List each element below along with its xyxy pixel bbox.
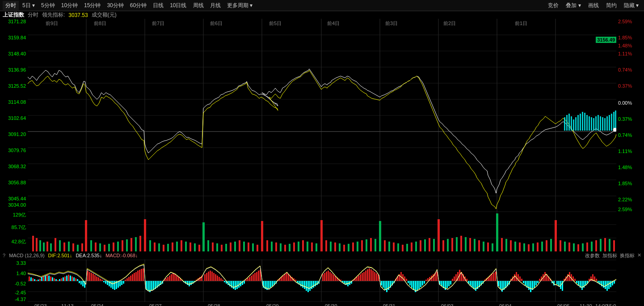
svg-rect-212	[546, 240, 547, 251]
svg-rect-220	[582, 243, 584, 251]
svg-rect-151	[271, 242, 273, 251]
svg-rect-62	[606, 116, 608, 131]
svg-rect-102	[50, 243, 52, 251]
svg-rect-455	[408, 281, 409, 283]
svg-rect-290	[105, 281, 106, 284]
chart-type: 分时	[28, 11, 38, 19]
svg-rect-167	[343, 245, 345, 251]
tab-30min[interactable]: 30分钟	[104, 1, 126, 10]
svg-rect-432	[365, 271, 366, 281]
tab-weekly[interactable]: 周线	[190, 1, 206, 10]
svg-rect-44	[566, 115, 568, 131]
svg-text:05/28: 05/28	[208, 303, 220, 306]
tab-10daily[interactable]: 10日线	[167, 1, 189, 10]
svg-rect-195	[469, 238, 471, 251]
svg-rect-293	[110, 281, 112, 288]
svg-rect-503	[495, 272, 496, 281]
svg-rect-307	[135, 272, 137, 281]
tab-fenshi[interactable]: 分时	[3, 1, 19, 10]
svg-rect-214	[555, 220, 557, 251]
tab-15min[interactable]: 15分钟	[81, 1, 103, 10]
svg-rect-117	[117, 242, 119, 251]
svg-text:3056.88: 3056.88	[8, 180, 26, 185]
btn-yincang[interactable]: 隐藏 ▾	[621, 1, 641, 10]
svg-rect-188	[438, 219, 440, 251]
svg-rect-218	[573, 243, 575, 251]
svg-rect-478	[450, 281, 451, 285]
svg-text:1.85%: 1.85%	[618, 35, 632, 40]
svg-rect-121	[135, 237, 137, 251]
svg-rect-351	[217, 276, 218, 281]
tab-10min[interactable]: 10分钟	[59, 1, 80, 10]
svg-rect-522	[530, 281, 531, 292]
svg-rect-308	[137, 271, 139, 281]
svg-rect-135	[198, 245, 200, 251]
svg-text:3034.00: 3034.00	[8, 202, 26, 208]
svg-rect-353	[220, 278, 222, 281]
svg-rect-65	[613, 112, 615, 131]
svg-text:3171.28: 3171.28	[8, 19, 26, 24]
tab-5ri[interactable]: 5日 ▾	[20, 1, 38, 10]
svg-rect-124	[149, 240, 151, 251]
svg-rect-210	[537, 242, 539, 251]
svg-rect-216	[564, 242, 566, 251]
svg-rect-287	[100, 279, 101, 281]
svg-rect-281	[89, 272, 90, 281]
svg-rect-304	[130, 276, 131, 281]
svg-rect-215	[560, 240, 561, 251]
svg-rect-315	[151, 281, 152, 291]
svg-rect-227	[613, 240, 615, 251]
svg-rect-213	[550, 239, 552, 251]
chart-info-bar: 上证指数 分时 领先指标:3037.53 成交额(元)	[0, 11, 644, 19]
svg-rect-222	[591, 242, 593, 251]
svg-rect-370	[251, 276, 252, 281]
btn-close-macd[interactable]: ✕	[637, 252, 641, 259]
svg-rect-152	[275, 242, 277, 251]
svg-text:2.59%: 2.59%	[618, 19, 632, 24]
svg-rect-208	[528, 244, 530, 251]
tab-5min[interactable]: 5分钟	[38, 1, 58, 10]
svg-rect-140	[221, 245, 223, 251]
btn-jianyue[interactable]: 简约	[603, 1, 619, 10]
svg-rect-430	[362, 273, 363, 281]
svg-rect-501	[491, 274, 492, 281]
svg-rect-271	[70, 276, 71, 281]
svg-rect-52	[584, 113, 585, 131]
vol-yaxis-left: 129亿 85.7亿 42.8亿	[0, 211, 28, 251]
svg-rect-46	[571, 116, 572, 131]
svg-text:3045.44: 3045.44	[8, 196, 26, 201]
tab-monthly[interactable]: 月线	[207, 1, 223, 10]
btn-huaxian[interactable]: 画线	[585, 1, 602, 10]
btn-add-indicator[interactable]: 加指标	[602, 252, 617, 259]
svg-rect-57	[595, 116, 597, 131]
svg-rect-387	[282, 276, 284, 281]
svg-rect-282	[91, 273, 92, 281]
svg-rect-309	[139, 270, 140, 281]
btn-change-params[interactable]: 改参数	[585, 252, 600, 259]
btn-jingjiа[interactable]: 竞价	[545, 1, 561, 10]
tab-daily[interactable]: 日线	[150, 1, 166, 10]
svg-rect-265	[59, 279, 60, 281]
svg-rect-388	[284, 274, 286, 281]
svg-rect-366	[244, 281, 245, 284]
svg-rect-461	[418, 281, 420, 289]
svg-rect-98	[36, 238, 38, 251]
price-canvas[interactable]: 前9日 前8日 前7日 前6日 前5日 前4日 前3日 前2日 前1日	[28, 19, 616, 211]
svg-rect-519	[525, 281, 526, 285]
svg-text:3102.64: 3102.64	[8, 115, 26, 121]
svg-rect-173	[370, 238, 372, 251]
svg-rect-437	[374, 272, 375, 281]
tab-60min[interactable]: 60分钟	[127, 1, 149, 10]
svg-text:1.48%: 1.48%	[618, 165, 632, 170]
svg-rect-192	[456, 237, 458, 251]
svg-rect-400	[306, 281, 307, 291]
svg-rect-196	[474, 239, 476, 251]
svg-rect-429	[360, 274, 361, 281]
tab-more[interactable]: 更多周期 ▾	[224, 1, 255, 10]
svg-rect-278	[82, 281, 84, 286]
svg-rect-252	[36, 280, 37, 281]
svg-text:2.59%: 2.59%	[618, 207, 632, 211]
btn-diejia[interactable]: 叠加 ▾	[563, 1, 583, 10]
btn-change-indicator[interactable]: 换指标	[620, 252, 635, 259]
svg-rect-130	[176, 242, 178, 251]
